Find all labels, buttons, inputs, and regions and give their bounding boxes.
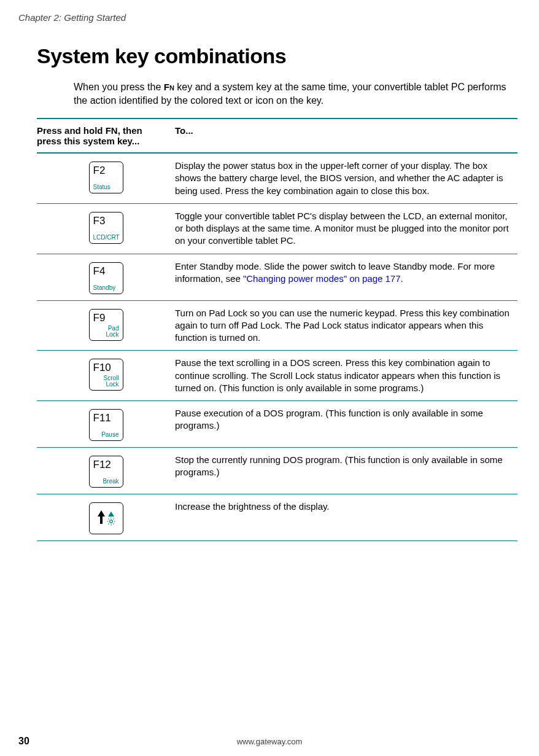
table-row: F3 LCD/CRT Toggle your convertible table…: [37, 204, 518, 254]
desc-cell: Enter Standby mode. Slide the power swit…: [175, 260, 518, 286]
key-main-label: F12: [93, 459, 119, 471]
cross-reference-link[interactable]: "Changing power modes" on page 177: [243, 273, 401, 284]
brightness-icon: [107, 512, 115, 526]
desc-post: .: [401, 273, 403, 284]
key-sub-label: Standby: [93, 285, 119, 291]
header-right: To...: [175, 125, 193, 146]
fn-key-table: Press and hold FN, then press this syste…: [37, 118, 518, 541]
desc-cell: Pause execution of a DOS program. (This …: [175, 407, 518, 432]
key-cell: F3 LCD/CRT: [37, 210, 175, 244]
key-main-label: F9: [93, 312, 119, 324]
key-cell: F11 Pause: [37, 407, 175, 441]
key-main-label: F4: [93, 265, 119, 278]
svg-line-5: [108, 518, 109, 519]
triangle-up-icon: [108, 512, 114, 516]
table-row: F10 Scroll Lock Pause the text scrolling…: [37, 351, 518, 401]
table-row: Increase the brightness of the display.: [37, 494, 518, 541]
key-sub-label: LCD/CRT: [93, 235, 119, 241]
key-sub-label: Pad Lock: [93, 325, 119, 338]
key-cell: F10 Scroll Lock: [37, 357, 175, 391]
key-sub-label: Break: [93, 478, 119, 485]
svg-line-7: [108, 523, 109, 524]
keycap-f12: F12 Break: [89, 456, 123, 488]
keycap-f9: F9 Pad Lock: [89, 309, 123, 341]
keycap-f10: F10 Scroll Lock: [89, 359, 123, 391]
header-left-pre: Press and hold: [37, 125, 106, 136]
key-sub-label: Pause: [93, 432, 119, 438]
page-title: System key combinations: [37, 44, 521, 68]
key-main-label: F2: [93, 165, 119, 177]
up-arrow-icon: [98, 510, 105, 516]
sun-gear-icon: [107, 517, 115, 526]
key-main-label: F10: [93, 362, 119, 374]
key-sub-label: Status: [93, 184, 119, 190]
desc-cell: Stop the currently running DOS program. …: [175, 454, 518, 479]
intro-pre: When you press the: [74, 82, 164, 92]
key-cell: F9 Pad Lock: [37, 307, 175, 341]
keycap-brightness-up: [89, 502, 123, 534]
footer-url: www.gateway.com: [237, 737, 303, 746]
intro-fn: Fn: [164, 82, 174, 92]
keycap-f2: F2 Status: [89, 162, 123, 193]
svg-line-8: [113, 518, 114, 519]
key-cell: F12 Break: [37, 454, 175, 488]
keycap-f3: F3 LCD/CRT: [89, 212, 123, 244]
chapter-header: Chapter 2: Getting Started: [18, 12, 521, 23]
key-main-label: F3: [93, 215, 119, 227]
header-fn: FN: [106, 125, 118, 136]
page-footer: 30 www.gateway.com: [18, 736, 521, 747]
desc-cell: Pause the text scrolling in a DOS screen…: [175, 357, 518, 394]
desc-cell: Display the power status box in the uppe…: [175, 160, 518, 197]
table-header: Press and hold FN, then press this syste…: [37, 118, 518, 154]
table-row: F2 Status Display the power status box i…: [37, 154, 518, 204]
intro-paragraph: When you press the Fn key and a system k…: [74, 80, 518, 107]
desc-cell: Increase the brightness of the display.: [175, 501, 518, 513]
key-sub-label: Scroll Lock: [93, 375, 119, 388]
table-row: F9 Pad Lock Turn on Pad Lock so you can …: [37, 301, 518, 351]
key-cell: F4 Standby: [37, 260, 175, 294]
svg-point-0: [109, 520, 112, 523]
table-row: F4 Standby Enter Standby mode. Slide the…: [37, 254, 518, 301]
table-row: F11 Pause Pause execution of a DOS progr…: [37, 401, 518, 448]
key-cell: F2 Status: [37, 160, 175, 193]
header-left: Press and hold FN, then press this syste…: [37, 125, 175, 146]
page-number: 30: [18, 736, 29, 747]
svg-line-6: [113, 523, 114, 524]
desc-cell: Turn on Pad Lock so you can use the nume…: [175, 307, 518, 345]
keycap-f11: F11 Pause: [89, 409, 123, 441]
key-cell: [37, 501, 175, 534]
desc-cell: Toggle your convertible tablet PC's disp…: [175, 210, 518, 247]
table-row: F12 Break Stop the currently running DOS…: [37, 448, 518, 494]
key-main-label: F11: [93, 412, 119, 424]
keycap-f4: F4 Standby: [89, 262, 123, 294]
